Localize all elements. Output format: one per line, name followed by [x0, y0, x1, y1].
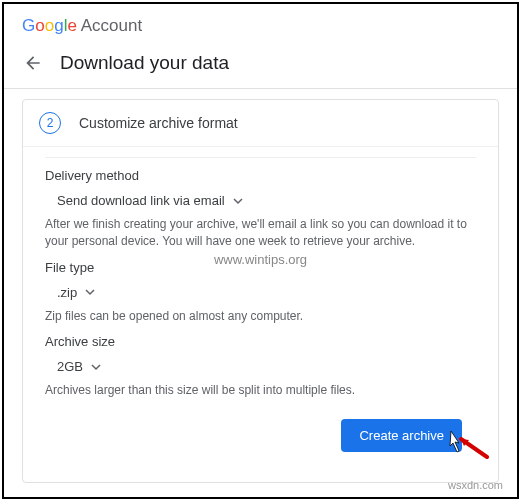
site-label: wsxdn.com — [448, 479, 503, 491]
step-number-badge: 2 — [39, 112, 61, 134]
file-type-desc: Zip files can be opened on almost any co… — [45, 308, 476, 325]
logo-account-label: Account — [81, 16, 142, 35]
file-type-dropdown[interactable]: .zip — [57, 285, 476, 300]
file-type-label: File type — [45, 260, 476, 275]
archive-size-dropdown[interactable]: 2GB — [57, 359, 476, 374]
divider — [45, 157, 476, 158]
delivery-method-desc: After we finish creating your archive, w… — [45, 216, 476, 250]
google-logo: Google Account — [22, 16, 142, 35]
app-header: Google Account — [4, 4, 517, 42]
archive-format-card: 2 Customize archive format Delivery meth… — [22, 99, 499, 483]
chevron-down-icon — [85, 287, 95, 297]
file-type-value: .zip — [57, 285, 77, 300]
chevron-down-icon — [233, 196, 243, 206]
archive-size-value: 2GB — [57, 359, 83, 374]
archive-size-label: Archive size — [45, 334, 476, 349]
delivery-method-label: Delivery method — [45, 168, 476, 183]
step-title: Customize archive format — [79, 115, 238, 131]
chevron-down-icon — [91, 362, 101, 372]
archive-size-desc: Archives larger than this size will be s… — [45, 382, 476, 399]
delivery-method-dropdown[interactable]: Send download link via email — [57, 193, 476, 208]
delivery-method-value: Send download link via email — [57, 193, 225, 208]
actions-row: Create archive — [45, 409, 476, 466]
card-header: 2 Customize archive format — [23, 100, 498, 147]
title-bar: Download your data — [4, 42, 517, 89]
page-title: Download your data — [60, 52, 229, 74]
create-archive-button[interactable]: Create archive — [341, 419, 462, 452]
back-arrow-icon[interactable] — [22, 52, 44, 74]
